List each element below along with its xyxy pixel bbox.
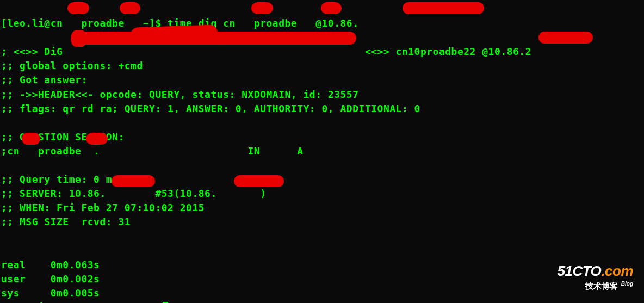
redaction-mark [67, 2, 89, 14]
redaction-mark [169, 33, 228, 45]
question-record: ;cn proadbe . IN A [1, 145, 304, 157]
time-sys: sys 0m0.005s [1, 287, 100, 299]
redaction-mark [112, 175, 155, 187]
redaction-mark [251, 2, 273, 14]
redaction-mark [538, 32, 593, 44]
redaction-mark [86, 133, 108, 145]
watermark-subtitle-row: 技术博客Blog [557, 280, 633, 292]
global-options: ;; global options: +cmd [1, 60, 143, 71]
time-real: real 0m0.063s [1, 259, 100, 270]
redaction-mark [22, 133, 40, 145]
watermark-blog-tag: Blog [621, 280, 633, 288]
server-line: ;; SERVER: 10.86. #53(10.86. ) [1, 188, 267, 199]
header-line: ;; ->>HEADER<<- opcode: QUERY, status: N… [1, 89, 359, 100]
redaction-mark [403, 2, 484, 14]
flags-line: ;; flags: qr rd ra; QUERY: 1, ANSWER: 0,… [1, 103, 420, 114]
watermark-prefix: 51CTO [557, 263, 601, 279]
got-answer: ;; Got answer: [1, 74, 88, 85]
watermark-subtitle: 技术博客 [585, 281, 618, 290]
watermark-brand: 51CTO.com [557, 261, 633, 282]
watermark: 51CTO.com 技术博客Blog [557, 261, 633, 292]
dig-header: ; <<>> DiG <<>> cn10proadbe22 @10.86.2 [1, 46, 531, 57]
redaction-mark [120, 2, 140, 14]
time-user: user 0m0.002s [1, 273, 100, 285]
redaction-mark [71, 30, 87, 47]
msg-size: ;; MSG SIZE rcvd: 31 [1, 216, 131, 227]
redaction-mark [234, 175, 284, 187]
when-line: ;; WHEN: Fri Feb 27 07:10:02 2015 [1, 202, 205, 213]
redaction-mark [321, 2, 342, 14]
terminal-output[interactable]: [leo.li@cn proadbe ~]$ time dig cn proad… [1, 2, 643, 303]
watermark-suffix: .com [601, 263, 633, 279]
